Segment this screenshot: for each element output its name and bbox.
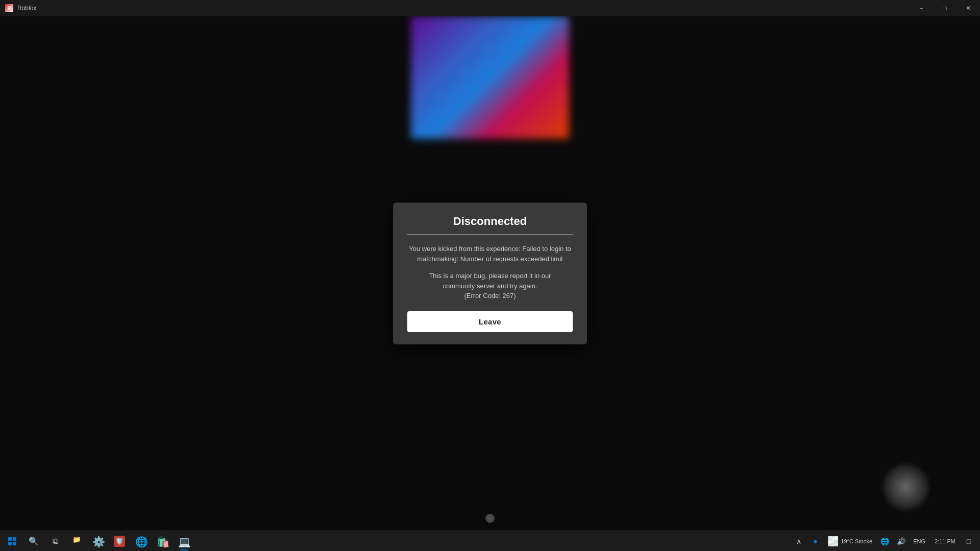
disconnected-modal: Disconnected You were kicked from this e… — [393, 203, 587, 344]
minimize-button[interactable]: − — [910, 0, 933, 16]
language-text: ENG — [913, 538, 925, 544]
language-indicator[interactable]: ENG — [910, 531, 928, 551]
logo-square-3 — [8, 542, 12, 545]
file-explorer-icon: 📁 — [71, 536, 82, 547]
modal-message: You were kicked from this experience: Fa… — [407, 244, 573, 264]
windows-logo — [8, 537, 16, 545]
edge-icon: 🌐 — [135, 536, 146, 547]
security-icon: 🛡️ — [114, 536, 125, 547]
taskbar-app-edge[interactable]: 🌐 — [131, 531, 151, 552]
close-button[interactable]: ✕ — [957, 0, 980, 16]
corner-ghost-blob — [883, 464, 929, 510]
modal-overlay: Disconnected You were kicked from this e… — [0, 16, 980, 531]
weather-temp: 19°C Smoke — [841, 538, 872, 544]
store-icon: 🛍️ — [157, 536, 168, 547]
network-icon: 🌐 — [880, 537, 889, 545]
tray-overflow-button[interactable]: ∧ — [792, 531, 806, 552]
clock-time: 2:11 PM — [935, 538, 955, 544]
terminal-icon: 💻 — [178, 536, 189, 547]
maximize-button[interactable]: □ — [933, 0, 957, 16]
logo-square-2 — [13, 537, 16, 541]
shield-tray-icon: ● — [813, 537, 818, 545]
taskbar: 🔍 ⧉ 📁 ⚙️ 🛡️ 🌐 🛍️ 💻 — [0, 531, 980, 551]
modal-title: Disconnected — [407, 215, 573, 228]
chevron-up-icon: ∧ — [796, 537, 801, 545]
taskbar-app-terminal[interactable]: 💻 — [174, 531, 194, 552]
taskbar-left: 🔍 ⧉ 📁 ⚙️ 🛡️ 🌐 🛍️ 💻 — [0, 531, 194, 551]
search-icon: 🔍 — [29, 536, 39, 546]
titlebar-left: R Roblox — [0, 4, 36, 12]
taskbar-app-store[interactable]: 🛍️ — [152, 531, 173, 552]
secondary-line3: (Error Code: 267) — [464, 292, 516, 299]
weather-icon: 🌫️ — [827, 536, 839, 547]
notification-button[interactable]: □ — [962, 531, 976, 552]
volume-tray-icon[interactable]: 🔊 — [894, 531, 908, 552]
modal-secondary-message: This is a major bug, please report it in… — [407, 271, 573, 301]
modal-divider — [407, 234, 573, 235]
system-clock[interactable]: 2:11 PM — [930, 531, 960, 551]
volume-icon: 🔊 — [897, 537, 905, 545]
notification-icon: □ — [967, 537, 971, 545]
secondary-line2: community server and try again. — [443, 282, 537, 290]
weather-widget[interactable]: 🌫️ 19°C Smoke — [824, 531, 875, 551]
taskbar-app-file-explorer[interactable]: 📁 — [66, 531, 87, 552]
window-title: Roblox — [17, 5, 36, 12]
task-view-button[interactable]: ⧉ — [45, 531, 65, 552]
tray-security-icon[interactable]: ● — [808, 531, 822, 552]
app-icon: R — [5, 4, 13, 12]
secondary-line1: This is a major bug, please report it in… — [429, 272, 551, 280]
start-button[interactable] — [2, 531, 22, 552]
taskbar-right: ∧ ● 🌫️ 19°C Smoke 🌐 🔊 ENG 2:11 PM □ — [792, 531, 980, 551]
titlebar: R Roblox − □ ✕ — [0, 0, 980, 16]
network-tray-icon[interactable]: 🌐 — [877, 531, 892, 552]
logo-square-4 — [13, 542, 16, 545]
taskbar-app-security[interactable]: 🛡️ — [109, 531, 130, 552]
leave-button[interactable]: Leave — [407, 311, 573, 332]
titlebar-controls: − □ ✕ — [910, 0, 980, 16]
settings-icon: ⚙️ — [92, 536, 104, 547]
search-taskbar-button[interactable]: 🔍 — [23, 531, 44, 552]
taskbar-app-settings[interactable]: ⚙️ — [88, 531, 108, 552]
bottom-decoration — [485, 514, 495, 523]
task-view-icon: ⧉ — [53, 537, 58, 546]
logo-square-1 — [8, 537, 12, 541]
